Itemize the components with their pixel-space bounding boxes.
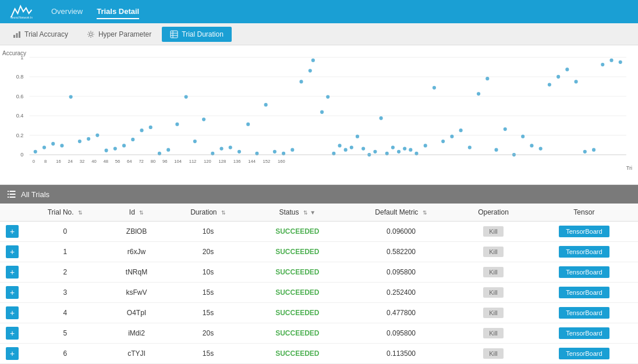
expand-button[interactable]: + <box>6 306 19 319</box>
tensorboard-button[interactable]: TensorBoard <box>559 266 609 278</box>
tensorboard-button[interactable]: TensorBoard <box>559 327 609 339</box>
expand-cell[interactable]: + <box>0 262 24 283</box>
col-header-plus <box>0 204 24 222</box>
expand-button[interactable]: + <box>6 347 19 360</box>
expand-cell[interactable]: + <box>0 283 24 303</box>
col-header-status[interactable]: Status ⇅ ▼ <box>249 204 346 222</box>
metric-cell: 0.582200 <box>346 242 456 262</box>
svg-point-81 <box>504 127 507 131</box>
sort-icon-duration[interactable]: ⇅ <box>221 210 226 216</box>
duration-cell: 15s <box>167 283 249 303</box>
id-cell: tNRqM <box>106 262 168 283</box>
metric-cell: 0.477800 <box>346 303 456 323</box>
operation-cell[interactable]: Kill <box>456 262 530 283</box>
tensor-cell[interactable]: TensorBoard <box>530 344 638 364</box>
kill-button[interactable]: Kill <box>483 308 504 318</box>
expand-button[interactable]: + <box>6 245 19 258</box>
svg-rect-3 <box>19 31 20 38</box>
expand-button[interactable]: + <box>6 225 19 238</box>
svg-point-49 <box>273 150 277 154</box>
trials-table-body: + 0 ZBlOB 10s SUCCEEDED 0.096000 Kill Te… <box>0 222 638 365</box>
metric-cell: 0.095800 <box>346 262 456 283</box>
nav-overview[interactable]: Overview <box>51 5 83 19</box>
expand-cell[interactable]: + <box>0 323 24 344</box>
sort-icon-trial-no[interactable]: ⇅ <box>78 210 83 216</box>
svg-rect-2 <box>16 33 18 38</box>
tab-trial-accuracy[interactable]: Trial Accuracy <box>5 27 76 42</box>
svg-text:48: 48 <box>103 159 108 164</box>
col-header-trial-no[interactable]: Trial No. ⇅ <box>24 204 106 222</box>
tensor-cell[interactable]: TensorBoard <box>530 283 638 303</box>
svg-point-94 <box>619 60 622 64</box>
tensor-cell[interactable]: TensorBoard <box>530 303 638 323</box>
expand-button[interactable]: + <box>6 286 19 299</box>
svg-text:72: 72 <box>139 159 143 164</box>
kill-button[interactable]: Kill <box>483 226 504 237</box>
svg-point-69 <box>403 147 406 150</box>
tensor-cell[interactable]: TensorBoard <box>530 262 638 283</box>
svg-text:104: 104 <box>174 159 182 164</box>
kill-button[interactable]: Kill <box>483 267 504 277</box>
tensorboard-button[interactable]: TensorBoard <box>559 348 609 359</box>
duration-cell: 15s <box>167 303 249 323</box>
svg-rect-121 <box>10 197 16 198</box>
operation-cell[interactable]: Kill <box>456 242 530 262</box>
tensorboard-button[interactable]: TensorBoard <box>559 307 609 319</box>
svg-point-33 <box>131 138 134 141</box>
svg-point-35 <box>149 126 153 129</box>
operation-cell[interactable]: Kill <box>456 283 530 303</box>
operation-cell[interactable]: Kill <box>456 323 530 344</box>
svg-text:120: 120 <box>204 159 211 164</box>
tensorboard-button[interactable]: TensorBoard <box>559 246 609 258</box>
tab-trial-accuracy-label: Trial Accuracy <box>24 30 68 38</box>
kill-button[interactable]: Kill <box>483 287 504 298</box>
operation-cell[interactable]: Kill <box>456 344 530 364</box>
expand-button[interactable]: + <box>6 266 19 279</box>
svg-point-91 <box>592 148 596 152</box>
tensor-cell[interactable]: TensorBoard <box>530 242 638 262</box>
svg-point-52 <box>300 80 303 83</box>
sort-icon-metric[interactable]: ⇅ <box>423 210 427 216</box>
svg-point-39 <box>185 95 188 98</box>
nav-trials-detail[interactable]: Trials Detail <box>97 5 139 19</box>
logo-icon: Neural Network Intelligence <box>9 3 33 20</box>
svg-text:0.6: 0.6 <box>16 94 24 99</box>
col-header-duration[interactable]: Duration ⇅ <box>167 204 249 222</box>
tensorboard-button[interactable]: TensorBoard <box>559 226 609 237</box>
sort-icon-id[interactable]: ⇅ <box>139 210 144 216</box>
duration-cell: 15s <box>167 344 249 364</box>
id-cell: ZBlOB <box>106 222 168 242</box>
sort-icon-status[interactable]: ⇅ <box>303 210 308 216</box>
tab-trial-duration-label: Trial Duration <box>182 30 224 38</box>
expand-cell[interactable]: + <box>0 344 24 364</box>
svg-text:64: 64 <box>127 159 132 164</box>
filter-icon-status[interactable]: ▼ <box>310 209 316 216</box>
kill-button[interactable]: Kill <box>483 348 504 359</box>
col-header-id[interactable]: Id ⇅ <box>106 204 168 222</box>
expand-button[interactable]: + <box>6 327 19 340</box>
table-row: + 0 ZBlOB 10s SUCCEEDED 0.096000 Kill Te… <box>0 222 638 242</box>
svg-text:0: 0 <box>33 159 35 164</box>
operation-cell[interactable]: Kill <box>456 222 530 242</box>
trial-no-cell: 6 <box>24 344 106 364</box>
operation-cell[interactable]: Kill <box>456 303 530 323</box>
svg-text:40: 40 <box>91 159 96 164</box>
tensor-cell[interactable]: TensorBoard <box>530 222 638 242</box>
svg-point-23 <box>42 145 46 149</box>
table-row: + 4 O4TpI 15s SUCCEEDED 0.477800 Kill Te… <box>0 303 638 323</box>
expand-cell[interactable]: + <box>0 222 24 242</box>
tensor-cell[interactable]: TensorBoard <box>530 323 638 344</box>
tensorboard-button[interactable]: TensorBoard <box>559 287 609 298</box>
svg-point-85 <box>539 147 543 150</box>
kill-button[interactable]: Kill <box>483 328 504 338</box>
expand-cell[interactable]: + <box>0 303 24 323</box>
tab-trial-duration[interactable]: Trial Duration <box>162 27 232 42</box>
col-header-metric[interactable]: Default Metric ⇅ <box>346 204 456 222</box>
id-cell: O4TpI <box>106 303 168 323</box>
kill-button[interactable]: Kill <box>483 247 504 257</box>
table-header-row: Trial No. ⇅ Id ⇅ Duration ⇅ Status ⇅ ▼ D… <box>0 204 638 222</box>
expand-cell[interactable]: + <box>0 242 24 262</box>
svg-point-54 <box>311 59 315 62</box>
metric-cell: 0.252400 <box>346 283 456 303</box>
tab-hyper-parameter[interactable]: Hyper Parameter <box>79 27 160 42</box>
